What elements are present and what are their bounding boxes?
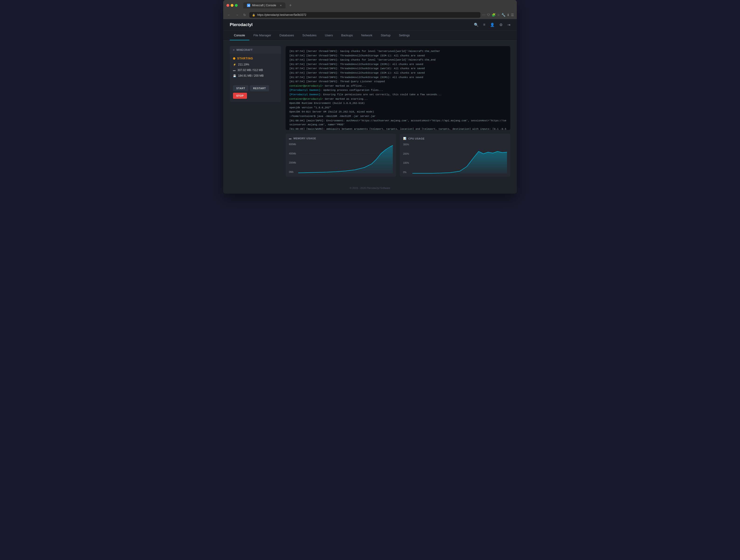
memory-chart-title: ▬ MEMORY USAGE — [289, 137, 393, 140]
console-line: [01:07:54] [Server thread/INFO]: Threade… — [289, 71, 506, 75]
header-icons: 🔍 ≡ 👤 ⚙ ⇥ — [474, 23, 510, 27]
new-tab-button[interactable]: + — [289, 3, 292, 8]
console-line: [01:08:04] [main/INFO]: Environment: aut… — [289, 119, 506, 127]
settings-icon[interactable]: ⚙ — [499, 23, 502, 27]
user-icon[interactable]: 👤 — [490, 23, 495, 27]
cpu-stat-row: ⚡ 211.19% — [233, 63, 278, 66]
tab-network[interactable]: Network — [357, 31, 377, 40]
app-container: Pterodactyl 🔍 ≡ 👤 ⚙ ⇥ Console File Manag… — [223, 19, 517, 194]
sidebar-card: ≡ MINECRAFT STARTING ⚡ 211.19% — [230, 46, 281, 102]
close-tab-icon[interactable]: ✕ — [280, 4, 282, 7]
cpu-chart-card: 📊 CPU USAGE 300% 200% 100% 0% — [400, 134, 510, 177]
console-output: [01:07:54] [Server thread/INFO]: Saving … — [286, 46, 510, 130]
disk-stat-row: 💾 184.91 MB / 200 MB — [233, 74, 278, 77]
app-header: Pterodactyl 🔍 ≡ 👤 ⚙ ⇥ — [223, 19, 517, 31]
memory-chart-icon: ▬ — [289, 137, 292, 140]
server-status-row: STARTING — [233, 57, 278, 60]
footer-text: © 2015 - 2020 Pterodactyl Software — [350, 187, 390, 189]
browser-toolbar: ← → ↻ 🔒 https://pterodactyl.test/server/… — [223, 11, 517, 19]
browser-titlebar: ◀ Minecraft | Console ✕ + — [223, 0, 517, 11]
menu-icon: ≡ — [233, 49, 235, 51]
browser-window-controls — [226, 4, 238, 7]
console-line: [Pterodactyl Daemon]: Ensuring file perm… — [289, 93, 506, 97]
sidebar-title: ≡ MINECRAFT — [230, 46, 281, 54]
console-area: [01:07:54] [Server thread/INFO]: Saving … — [286, 46, 510, 177]
search-icon[interactable]: 🔍 — [474, 23, 479, 27]
memory-chart-card: ▬ MEMORY USAGE 600Mb 400Mb 200Mb 0Mb — [286, 134, 396, 177]
console-line: [01:07:54] [Server thread/INFO]: Saving … — [289, 50, 506, 54]
console-line: [01:07:54] [Server thread/INFO]: Threade… — [289, 67, 506, 71]
cpu-chart-title: 📊 CPU USAGE — [403, 137, 507, 140]
tab-startup[interactable]: Startup — [377, 31, 395, 40]
menu-icon[interactable]: ☰ — [511, 13, 514, 17]
cpu-label-100: 100% — [403, 162, 411, 164]
memory-label-600: 600Mb — [289, 143, 297, 146]
forward-button[interactable]: → — [234, 12, 240, 18]
server-status: STARTING — [237, 57, 253, 60]
sidebar-body: STARTING ⚡ 211.19% ▬ 307.02 MB / 512 MB — [230, 54, 281, 83]
download-icon[interactable]: ⬇ — [507, 13, 510, 17]
address-bar[interactable]: 🔒 https://pterodactyl.test/server/5e0b33… — [249, 12, 480, 18]
disk-icon: 💾 — [233, 74, 236, 77]
console-line: [01:08:05] [main/WARN]: Ambiguity betwee… — [289, 127, 506, 130]
memory-chart-area: 600Mb 400Mb 200Mb 0Mb — [289, 143, 393, 173]
memory-label-0: 0Mb — [289, 171, 297, 173]
charts-row: ▬ MEMORY USAGE 600Mb 400Mb 200Mb 0Mb — [286, 134, 510, 177]
tab-databases[interactable]: Databases — [275, 31, 298, 40]
back-button[interactable]: ← — [226, 12, 232, 18]
tab-file-manager[interactable]: File Manager — [249, 31, 275, 40]
console-line: [01:07:54] [Server thread/INFO]: Thread … — [289, 80, 506, 84]
memory-label-200: 200Mb — [289, 162, 297, 164]
app-footer: © 2015 - 2020 Pterodactyl Software — [223, 182, 517, 194]
memory-icon: ▬ — [233, 69, 236, 72]
tab-console[interactable]: Console — [230, 31, 249, 40]
console-line: [01:07:54] [Server thread/INFO]: Threade… — [289, 63, 506, 67]
wrench-icon[interactable]: 🔧 — [501, 13, 505, 17]
cpu-chart-labels: 300% 200% 100% 0% — [403, 143, 412, 174]
tab-favicon: ◀ — [247, 4, 250, 7]
tab-settings[interactable]: Settings — [395, 31, 414, 40]
app-logo: Pterodactyl — [230, 22, 253, 27]
nav-tabs: Console File Manager Databases Schedules… — [223, 31, 517, 40]
server-controls: START RESTART STOP — [230, 83, 281, 102]
puzzle-icon: 🧩 — [492, 13, 495, 17]
console-line: :/home/container$ java -Xms128M -Xmx512M… — [289, 114, 506, 118]
start-button[interactable]: START — [233, 85, 248, 91]
main-content: ≡ MINECRAFT STARTING ⚡ 211.19% — [223, 40, 517, 182]
memory-chart-svg-area — [298, 143, 393, 173]
cpu-label-200: 200% — [403, 153, 411, 155]
maximize-button[interactable] — [235, 4, 238, 7]
restart-button[interactable]: RESTART — [250, 85, 269, 91]
stop-button[interactable]: STOP — [233, 93, 247, 99]
star-icon[interactable]: ☆ — [497, 13, 500, 17]
console-line: [01:07:54] [Server thread/INFO]: Threade… — [289, 54, 506, 58]
tab-schedules[interactable]: Schedules — [298, 31, 321, 40]
cpu-label-300: 300% — [403, 143, 411, 146]
close-button[interactable] — [226, 4, 229, 7]
shield-icon: 🛡 — [487, 13, 490, 17]
console-line: OpenJDK 64-Bit Server VM (build 25.262-b… — [289, 110, 506, 114]
status-indicator — [233, 57, 235, 60]
cpu-label-0: 0% — [403, 171, 411, 174]
console-line: openjdk version "1.8.0_262" — [289, 106, 506, 110]
disk-value: 184.91 MB / 200 MB — [238, 74, 264, 77]
console-line: [01:07:54] [Server thread/INFO]: Saving … — [289, 58, 506, 62]
extensions-icon: ⋯ — [482, 13, 485, 17]
cpu-chart-svg-area — [412, 143, 507, 174]
console-line: container@pterodactyl~ Server marked as … — [289, 84, 506, 88]
browser-toolbar-icons: ⋯ 🛡 🧩 ☆ 🔧 ⬇ ☰ — [482, 13, 514, 17]
url-text: https://pterodactyl.test/server/5e0b3372 — [257, 13, 306, 16]
tab-users[interactable]: Users — [320, 31, 337, 40]
console-line: OpenJDK Runtime Environment (build 1.8.0… — [289, 101, 506, 105]
layers-icon[interactable]: ≡ — [483, 23, 485, 27]
console-line: [01:07:54] [Server thread/INFO]: Threade… — [289, 76, 506, 80]
logout-icon[interactable]: ⇥ — [507, 23, 510, 27]
browser-tab[interactable]: ◀ Minecraft | Console ✕ — [243, 2, 285, 8]
cpu-icon: ⚡ — [233, 63, 236, 66]
memory-label-400: 400Mb — [289, 152, 297, 155]
console-line: container@pterodactyl~ Server marked as … — [289, 97, 506, 101]
tab-backups[interactable]: Backups — [337, 31, 357, 40]
minimize-button[interactable] — [231, 4, 234, 7]
reload-button[interactable]: ↻ — [242, 12, 248, 18]
console-line: [Pterodactyl Daemon]: Updating process c… — [289, 88, 506, 92]
